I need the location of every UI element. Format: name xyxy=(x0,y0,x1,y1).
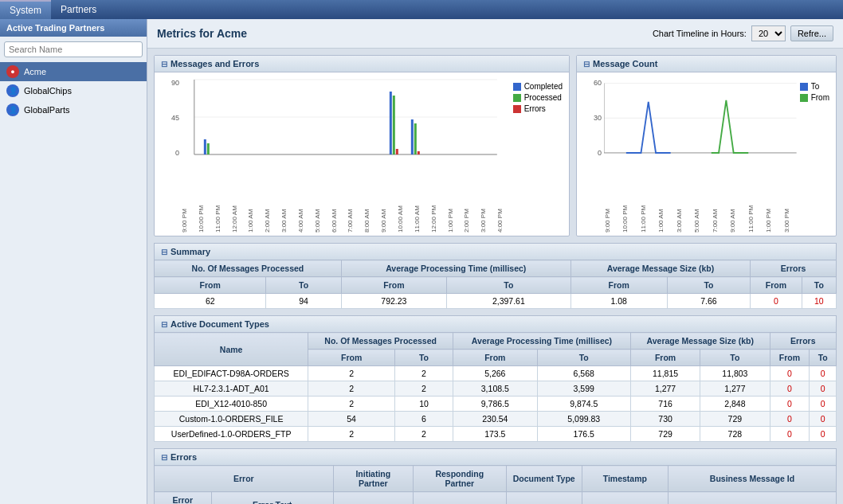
sidebar-title: Active Trading Partners xyxy=(0,19,147,37)
doc-err-from-link[interactable]: 0 xyxy=(787,369,792,378)
th-error-group: Error xyxy=(155,466,334,492)
collapse-icon-doctype[interactable]: ⊟ xyxy=(161,320,167,329)
summary-val-3: 2,397.61 xyxy=(446,294,570,309)
doc-name: UserDefined-1.0-ORDERS_FTP xyxy=(155,427,308,442)
doc-name: EDI_EDIFACT-D98A-ORDERS xyxy=(155,366,308,381)
partner-item-acme[interactable]: ● Acme xyxy=(0,62,147,81)
summary-title: Summary xyxy=(171,247,210,256)
doc-type-row: HL7-2.3.1-ADT_A01 2 2 3,108.5 3,599 1,27… xyxy=(155,381,837,397)
doc-err-from-link[interactable]: 0 xyxy=(787,384,792,393)
doc-to-size: 11,803 xyxy=(700,366,770,381)
doc-from-msg: 2 xyxy=(308,381,395,397)
partner-icon-acme: ● xyxy=(6,65,19,78)
partner-label-acme: Acme xyxy=(24,67,46,76)
errors-section: ⊟ Errors Error Initiating Partner Respon… xyxy=(154,448,837,504)
y-label-90: 90 xyxy=(171,79,179,87)
collapse-icon-count[interactable]: ⊟ xyxy=(583,60,590,68)
summary-err-to-link[interactable]: 10 xyxy=(814,296,824,306)
doc-subh-to-size: To xyxy=(700,350,770,366)
y-axis-count: 60300 xyxy=(580,76,604,189)
doc-err-from-link[interactable]: 0 xyxy=(787,414,792,424)
nav-item-system[interactable]: System xyxy=(0,0,51,19)
doc-to-err: 0 xyxy=(810,381,837,397)
count-chart-svg xyxy=(604,76,797,187)
doc-err-to-link[interactable]: 0 xyxy=(821,429,825,439)
content-area: Metrics for Acme Chart Timeline in Hours… xyxy=(147,19,843,504)
doc-subh-from-size: From xyxy=(630,350,700,366)
summary-subh-6: From xyxy=(751,277,802,294)
doc-to-time: 9,874.5 xyxy=(537,397,630,412)
active-doc-types-title: Active Document Types xyxy=(171,319,269,329)
y-axis-messages: 90 45 0 xyxy=(158,76,182,189)
collapse-icon-summary[interactable]: ⊟ xyxy=(161,248,167,256)
doc-subh-from-time: From xyxy=(453,350,538,366)
svg-rect-7 xyxy=(390,92,392,154)
legend-dot-processed xyxy=(513,94,521,102)
active-doc-types-section: ⊟ Active Document Types Name No. Of Mess… xyxy=(154,315,837,442)
search-input[interactable] xyxy=(4,41,143,57)
charts-row: ⊟ Messages and Errors 90 45 0 xyxy=(154,55,837,236)
messages-chart-svg xyxy=(182,76,510,187)
doc-to-msg: 6 xyxy=(394,412,453,427)
collapse-icon[interactable]: ⊟ xyxy=(161,60,167,68)
main-layout: Active Trading Partners ● Acme 👤 GlobalC… xyxy=(0,19,843,504)
page-title: Metrics for Acme xyxy=(157,27,247,40)
doc-to-time: 5,099.83 xyxy=(537,412,630,427)
messages-errors-header: ⊟ Messages and Errors xyxy=(155,56,569,72)
messages-errors-body: 90 45 0 xyxy=(155,72,569,236)
doc-err-to-link[interactable]: 0 xyxy=(821,414,825,424)
doc-to-msg: 2 xyxy=(394,381,453,397)
partner-list: ● Acme 👤 GlobalChips 👤 GlobalParts xyxy=(0,62,147,504)
doc-from-msg: 54 xyxy=(308,412,395,427)
summary-section: ⊟ Summary No. Of Messages Processed Aver… xyxy=(154,243,837,309)
doc-err-to-link[interactable]: 0 xyxy=(821,384,825,393)
messages-errors-panel: ⊟ Messages and Errors 90 45 0 xyxy=(154,55,570,236)
th-error-code: Error Code xyxy=(155,492,212,505)
legend-label-from: From xyxy=(811,93,829,102)
th-initiating: Initiating Partner xyxy=(333,466,413,492)
summary-header: ⊟ Summary xyxy=(154,243,837,260)
doc-err-to-link[interactable]: 0 xyxy=(821,369,825,378)
th-avg-message-size: Average Message Size (kb) xyxy=(570,260,751,277)
legend-label-processed: Processed xyxy=(524,93,562,102)
doc-err-to-link[interactable]: 0 xyxy=(821,399,825,408)
messages-xaxis: 9:00 PM 10:00 PM 11:00 PM 12:00 AM 1:00 … xyxy=(182,189,514,232)
legend-dot-errors xyxy=(513,105,521,113)
chart-timeline-label: Chart Timeline in Hours: xyxy=(653,29,747,38)
message-count-title: Message Count xyxy=(593,59,657,68)
th-error-text: Error Text xyxy=(211,492,333,505)
partner-label-globalparts: GlobalParts xyxy=(24,105,69,115)
doc-subh-from-err: From xyxy=(770,350,810,366)
svg-rect-6 xyxy=(207,143,210,154)
doc-type-row: UserDefined-1.0-ORDERS_FTP 2 2 173.5 176… xyxy=(155,427,837,442)
collapse-icon-errors[interactable]: ⊟ xyxy=(161,453,167,462)
doc-err-from-link[interactable]: 0 xyxy=(787,429,792,439)
th-doc-avg-processing-time: Average Processing Time (millisec) xyxy=(453,333,631,350)
doc-from-time: 9,786.5 xyxy=(453,397,538,412)
doc-name: HL7-2.3.1-ADT_A01 xyxy=(155,381,308,397)
messages-errors-title: Messages and Errors xyxy=(171,59,259,68)
doc-from-time: 173.5 xyxy=(453,427,538,442)
summary-err-from-link[interactable]: 0 xyxy=(774,296,778,306)
summary-val-6: 0 xyxy=(751,294,802,309)
nav-item-partners[interactable]: Partners xyxy=(51,0,106,19)
legend-dot-from xyxy=(800,94,808,102)
partner-item-globalchips[interactable]: 👤 GlobalChips xyxy=(0,81,147,100)
th-resp-sub xyxy=(413,492,506,505)
summary-subh-3: To xyxy=(446,277,570,294)
refresh-button[interactable]: Refre... xyxy=(790,25,833,41)
doc-name: Custom-1.0-ORDERS_FILE xyxy=(155,412,308,427)
doc-subh-from-msg: From xyxy=(308,350,395,366)
legend-processed: Processed xyxy=(513,93,563,102)
partner-item-globalparts[interactable]: 👤 GlobalParts xyxy=(0,100,147,119)
doc-err-from-link[interactable]: 0 xyxy=(787,399,792,408)
doc-from-err: 0 xyxy=(770,366,810,381)
doc-from-err: 0 xyxy=(770,427,810,442)
timeline-select[interactable]: 20122448 xyxy=(751,25,786,41)
message-count-panel: ⊟ Message Count 60300 xyxy=(576,55,837,236)
doc-name: EDI_X12-4010-850 xyxy=(155,397,308,412)
messages-chart-main xyxy=(182,76,510,189)
doc-from-err: 0 xyxy=(770,412,810,427)
doc-from-err: 0 xyxy=(770,397,810,412)
summary-val-4: 1.08 xyxy=(570,294,667,309)
